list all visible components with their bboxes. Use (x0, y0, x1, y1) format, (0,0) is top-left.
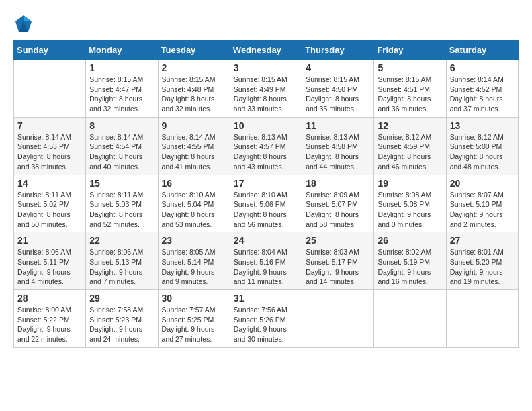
calendar-cell (14, 60, 86, 118)
day-info: Sunrise: 8:09 AMSunset: 5:07 PMDaylight:… (306, 190, 370, 230)
day-number: 14 (17, 178, 82, 189)
day-info: Sunrise: 8:11 AMSunset: 5:03 PMDaylight:… (89, 190, 154, 230)
weekday-header-saturday: Saturday (446, 41, 518, 60)
calendar-cell (302, 290, 374, 348)
day-info: Sunrise: 7:57 AMSunset: 5:25 PMDaylight:… (162, 305, 226, 345)
calendar-cell: 25Sunrise: 8:03 AMSunset: 5:17 PMDayligh… (302, 232, 374, 290)
calendar-cell: 10Sunrise: 8:13 AMSunset: 4:57 PMDayligh… (230, 117, 302, 175)
calendar-cell: 28Sunrise: 8:00 AMSunset: 5:22 PMDayligh… (14, 290, 86, 348)
week-row-4: 21Sunrise: 8:06 AMSunset: 5:11 PMDayligh… (14, 232, 519, 290)
calendar-cell: 2Sunrise: 8:15 AMSunset: 4:48 PMDaylight… (158, 60, 230, 118)
day-number: 27 (450, 235, 515, 246)
calendar-cell: 11Sunrise: 8:13 AMSunset: 4:58 PMDayligh… (302, 117, 374, 175)
day-info: Sunrise: 8:08 AMSunset: 5:08 PMDaylight:… (378, 190, 442, 230)
day-number: 15 (89, 178, 154, 189)
day-info: Sunrise: 8:14 AMSunset: 4:54 PMDaylight:… (89, 132, 154, 172)
weekday-header-tuesday: Tuesday (158, 41, 230, 60)
day-number: 17 (234, 178, 298, 189)
calendar-cell: 1Sunrise: 8:15 AMSunset: 4:47 PMDaylight… (86, 60, 158, 118)
calendar-cell: 8Sunrise: 8:14 AMSunset: 4:54 PMDaylight… (86, 117, 158, 175)
day-number: 25 (306, 235, 370, 246)
day-number: 2 (162, 62, 226, 73)
week-row-3: 14Sunrise: 8:11 AMSunset: 5:02 PMDayligh… (14, 175, 519, 232)
day-info: Sunrise: 8:15 AMSunset: 4:48 PMDaylight:… (162, 75, 226, 114)
calendar-cell: 13Sunrise: 8:12 AMSunset: 5:00 PMDayligh… (446, 117, 518, 175)
week-row-2: 7Sunrise: 8:14 AMSunset: 4:53 PMDaylight… (14, 117, 519, 175)
calendar-cell: 24Sunrise: 8:04 AMSunset: 5:16 PMDayligh… (230, 232, 302, 290)
calendar-cell: 20Sunrise: 8:07 AMSunset: 5:10 PMDayligh… (446, 175, 518, 232)
day-info: Sunrise: 8:15 AMSunset: 4:49 PMDaylight:… (234, 75, 298, 114)
day-number: 19 (378, 178, 442, 189)
day-info: Sunrise: 8:14 AMSunset: 4:52 PMDaylight:… (450, 75, 515, 114)
day-number: 16 (162, 178, 226, 189)
day-info: Sunrise: 8:00 AMSunset: 5:22 PMDaylight:… (17, 305, 82, 345)
day-number: 26 (378, 235, 442, 246)
day-info: Sunrise: 8:10 AMSunset: 5:06 PMDaylight:… (234, 190, 298, 230)
day-number: 18 (306, 178, 370, 189)
svg-marker-1 (24, 15, 32, 21)
day-number: 28 (17, 293, 82, 304)
logo (13, 13, 37, 34)
weekday-header-monday: Monday (86, 41, 158, 60)
day-info: Sunrise: 8:13 AMSunset: 4:57 PMDaylight:… (234, 132, 298, 172)
day-info: Sunrise: 7:58 AMSunset: 5:23 PMDaylight:… (89, 305, 154, 345)
calendar-cell: 26Sunrise: 8:02 AMSunset: 5:19 PMDayligh… (374, 232, 446, 290)
calendar-cell: 16Sunrise: 8:10 AMSunset: 5:04 PMDayligh… (158, 175, 230, 232)
calendar-cell: 7Sunrise: 8:14 AMSunset: 4:53 PMDaylight… (14, 117, 86, 175)
calendar-cell: 22Sunrise: 8:06 AMSunset: 5:13 PMDayligh… (86, 232, 158, 290)
day-number: 1 (89, 62, 154, 73)
day-info: Sunrise: 8:12 AMSunset: 5:00 PMDaylight:… (450, 132, 515, 172)
calendar-cell: 15Sunrise: 8:11 AMSunset: 5:03 PMDayligh… (86, 175, 158, 232)
calendar-cell (446, 290, 518, 348)
day-info: Sunrise: 8:12 AMSunset: 4:59 PMDaylight:… (378, 132, 442, 172)
day-number: 8 (89, 120, 154, 131)
day-number: 21 (17, 235, 82, 246)
day-number: 4 (306, 62, 370, 73)
calendar-cell: 14Sunrise: 8:11 AMSunset: 5:02 PMDayligh… (14, 175, 86, 232)
calendar-cell: 6Sunrise: 8:14 AMSunset: 4:52 PMDaylight… (446, 60, 518, 118)
day-info: Sunrise: 8:13 AMSunset: 4:58 PMDaylight:… (306, 132, 370, 172)
day-info: Sunrise: 8:06 AMSunset: 5:13 PMDaylight:… (89, 247, 154, 287)
day-number: 3 (234, 62, 298, 73)
day-info: Sunrise: 8:15 AMSunset: 4:50 PMDaylight:… (306, 75, 370, 114)
calendar-cell: 12Sunrise: 8:12 AMSunset: 4:59 PMDayligh… (374, 117, 446, 175)
logo-icon (13, 13, 34, 34)
day-number: 23 (162, 235, 226, 246)
day-info: Sunrise: 8:14 AMSunset: 4:53 PMDaylight:… (17, 132, 82, 172)
weekday-header-row: SundayMondayTuesdayWednesdayThursdayFrid… (14, 41, 519, 60)
day-number: 24 (234, 235, 298, 246)
calendar-cell: 21Sunrise: 8:06 AMSunset: 5:11 PMDayligh… (14, 232, 86, 290)
day-info: Sunrise: 8:03 AMSunset: 5:17 PMDaylight:… (306, 247, 370, 287)
day-number: 29 (89, 293, 154, 304)
day-info: Sunrise: 8:10 AMSunset: 5:04 PMDaylight:… (162, 190, 226, 230)
day-number: 11 (306, 120, 370, 131)
calendar-cell: 3Sunrise: 8:15 AMSunset: 4:49 PMDaylight… (230, 60, 302, 118)
calendar-cell: 5Sunrise: 8:15 AMSunset: 4:51 PMDaylight… (374, 60, 446, 118)
day-info: Sunrise: 8:06 AMSunset: 5:11 PMDaylight:… (17, 247, 82, 287)
day-info: Sunrise: 7:56 AMSunset: 5:26 PMDaylight:… (234, 305, 298, 345)
header (13, 13, 519, 34)
calendar-cell: 31Sunrise: 7:56 AMSunset: 5:26 PMDayligh… (230, 290, 302, 348)
day-number: 22 (89, 235, 154, 246)
week-row-5: 28Sunrise: 8:00 AMSunset: 5:22 PMDayligh… (14, 290, 519, 348)
calendar-cell: 29Sunrise: 7:58 AMSunset: 5:23 PMDayligh… (86, 290, 158, 348)
calendar-cell: 4Sunrise: 8:15 AMSunset: 4:50 PMDaylight… (302, 60, 374, 118)
day-number: 10 (234, 120, 298, 131)
calendar-cell (374, 290, 446, 348)
day-number: 31 (234, 293, 298, 304)
calendar-cell: 27Sunrise: 8:01 AMSunset: 5:20 PMDayligh… (446, 232, 518, 290)
day-number: 6 (450, 62, 515, 73)
calendar-cell: 23Sunrise: 8:05 AMSunset: 5:14 PMDayligh… (158, 232, 230, 290)
day-number: 20 (450, 178, 515, 189)
calendar-cell: 30Sunrise: 7:57 AMSunset: 5:25 PMDayligh… (158, 290, 230, 348)
day-number: 9 (162, 120, 226, 131)
day-info: Sunrise: 8:11 AMSunset: 5:02 PMDaylight:… (17, 190, 82, 230)
day-number: 30 (162, 293, 226, 304)
day-info: Sunrise: 8:04 AMSunset: 5:16 PMDaylight:… (234, 247, 298, 287)
weekday-header-sunday: Sunday (14, 41, 86, 60)
day-info: Sunrise: 8:05 AMSunset: 5:14 PMDaylight:… (162, 247, 226, 287)
day-info: Sunrise: 8:07 AMSunset: 5:10 PMDaylight:… (450, 190, 515, 230)
calendar-cell: 18Sunrise: 8:09 AMSunset: 5:07 PMDayligh… (302, 175, 374, 232)
day-info: Sunrise: 8:01 AMSunset: 5:20 PMDaylight:… (450, 247, 515, 287)
calendar-cell: 17Sunrise: 8:10 AMSunset: 5:06 PMDayligh… (230, 175, 302, 232)
